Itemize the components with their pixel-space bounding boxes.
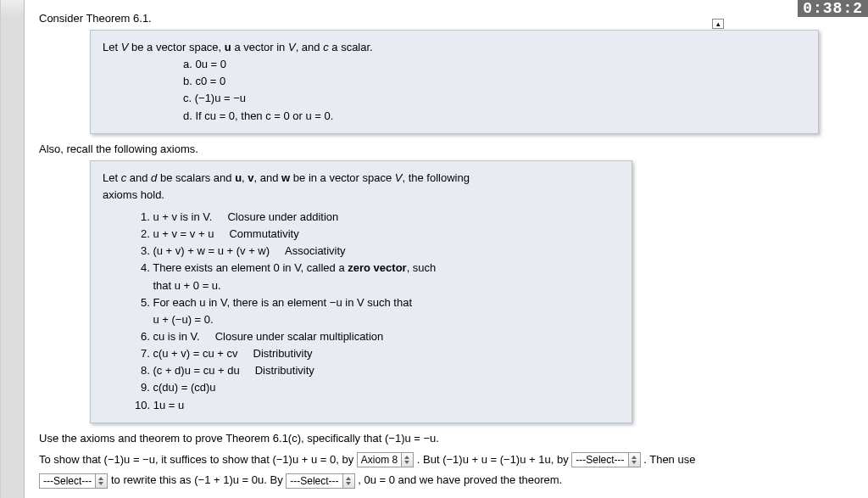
theorem-panel: Let V be a vector space, u a vector in V… [90,30,819,134]
thm-a: a. 0u = 0 [183,56,806,73]
txt: Let [103,41,121,53]
axiom-5b: 5. u + (−u) = 0. [141,311,620,328]
axiom-10: 10. 1u = u [135,397,620,414]
ax-eq: 6. cu is in V. [141,330,200,343]
select-arrows-icon[interactable] [343,473,355,489]
proof-text-5: , 0u = 0 and we have proved the theorem. [358,473,562,486]
ax-name: Distributivity [255,362,314,379]
axiom-4: 4. There exists an element 0 in V, calle… [141,260,620,277]
var-w: w [281,171,290,184]
axiom-7: 7. c(u + v) = cu + cvDistributivity [141,345,620,362]
content-area: Consider Theorem 6.1. Let V be a vector … [31,7,861,491]
ax-eq: 10. 1u = u [135,399,184,411]
txt: be in a vector space [290,171,395,184]
ax-name: Closure under addition [227,209,338,226]
txt: and [126,171,151,184]
txt: a vector in [231,41,288,53]
ax-eq: 3. (u + v) + w = u + (v + w) [141,244,270,257]
ax-name: Distributivity [253,345,313,362]
ax-bold: zero vector [348,261,406,274]
timer-display: 0:38:2 [798,0,868,17]
proof-text-3: . Then use [643,453,695,466]
ax-name: Commutativity [229,226,298,243]
axiom-1: 1. u + v is in V.Closure under addition [141,209,620,226]
axioms-list: 1. u + v is in V.Closure under addition … [103,209,620,414]
proof-area: To show that (−1)u = −u, it suffices to … [39,450,853,491]
axiom-2: 2. u + v = v + uCommutativity [141,226,620,243]
axiom-3: 3. (u + v) + w = u + (v + w)Associativit… [141,243,620,260]
axioms-intro-2: axioms hold. [103,187,620,204]
instruction-1: Consider Theorem 6.1. [39,12,861,25]
select-reason-2[interactable]: ---Select--- [571,452,628,467]
ax-eq: 4. There exists an element 0 in V, calle… [141,261,348,274]
txt: be a vector space, [128,41,224,53]
axiom-5: 5. For each u in V, there is an element … [141,294,620,311]
txt: , and [254,171,282,184]
txt: a scalar. [329,41,373,53]
axiom-4b: 4. that u + 0 = u. [141,277,620,294]
ax-eq: 8. (c + d)u = cu + du [141,364,240,377]
txt: , such [407,261,437,274]
thm-b: b. c0 = 0 [183,73,806,90]
ax-eq: 2. u + v = v + u [141,227,214,240]
instruction-3: Use the axioms and theorem to prove Theo… [39,432,861,445]
txt: be scalars and [157,171,235,184]
select-arrows-icon[interactable] [629,452,641,467]
select-reason-3[interactable]: ---Select--- [39,473,96,489]
left-gutter [1,0,25,498]
txt: , and [296,41,324,53]
axioms-intro: Let c and d be scalars and u, v, and w b… [103,170,620,187]
ax-eq: 1. u + v is in V. [141,210,212,223]
scroll-up-icon[interactable]: ▴ [712,19,724,29]
var-v: v [248,171,253,184]
axiom-9: 9. c(du) = (cd)u [141,379,620,396]
ax-eq: that u + 0 = u. [153,279,220,292]
theorem-list: a. 0u = 0 b. c0 = 0 c. (−1)u = −u d. If … [103,56,806,125]
proof-text-4: to rewrite this as (−1 + 1)u = 0u. By [111,473,286,486]
ax-eq: 7. c(u + v) = cu + cv [141,347,238,360]
select-arrows-icon[interactable] [96,473,108,489]
select-arrows-icon[interactable] [402,452,414,467]
axioms-panel: Let c and d be scalars and u, v, and w b… [90,160,632,423]
theorem-intro: Let V be a vector space, u a vector in V… [103,39,806,56]
txt: , the following [402,171,470,184]
ax-eq: 9. c(du) = (cd)u [141,381,216,394]
ax-eq: 5. For each u in V, there is an element … [141,296,412,309]
proof-text-1: To show that (−1)u = −u, it suffices to … [39,453,357,466]
select-reason-4[interactable]: ---Select--- [286,473,342,489]
ax-name: Associativity [285,243,346,260]
axiom-8: 8. (c + d)u = cu + duDistributivity [141,362,620,379]
var-u: u [225,41,231,53]
txt: Let [103,171,121,184]
proof-text-2: . But (−1)u + u = (−1)u + 1u, by [417,453,571,466]
ax-name: Closure under scalar multiplication [215,328,384,345]
thm-d: d. If cu = 0, then c = 0 or u = 0. [183,108,806,125]
instruction-2: Also, recall the following axioms. [39,143,861,155]
var-u: u [235,171,242,184]
thm-c: c. (−1)u = −u [183,90,806,107]
axiom-6: 6. cu is in V.Closure under scalar multi… [141,328,620,345]
var-V: V [288,41,296,53]
top-bar: 0:38:2 [798,0,868,17]
select-reason-1[interactable]: Axiom 8 [357,452,402,467]
ax-eq: u + (−u) = 0. [153,313,213,326]
